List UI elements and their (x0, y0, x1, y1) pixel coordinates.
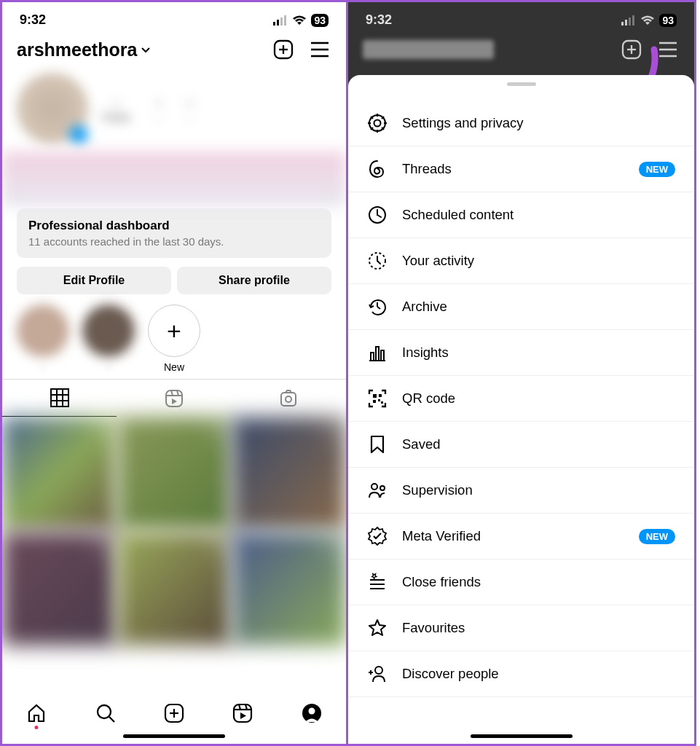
avatar[interactable] (17, 73, 88, 144)
plus-square-icon (621, 39, 642, 60)
menu-item-insights[interactable]: Insights (348, 330, 694, 376)
svg-rect-66 (373, 400, 376, 403)
profile-icon (302, 703, 322, 723)
chevron-down-icon (140, 44, 152, 55)
svg-rect-35 (632, 15, 634, 25)
plus-icon: + (148, 305, 200, 357)
svg-rect-34 (629, 17, 631, 25)
menu-item-qr[interactable]: QR code (348, 376, 694, 422)
following-stat[interactable]: -- (187, 94, 192, 123)
bio-section (2, 152, 346, 207)
menu-item-discover[interactable]: Discover people (348, 651, 694, 697)
menu-item-label: QR code (402, 390, 455, 407)
svg-rect-2 (280, 17, 283, 25)
followers-stat[interactable]: -- (157, 94, 162, 123)
closefriends-icon (367, 572, 388, 592)
highlight-item[interactable]: · (17, 305, 69, 373)
svg-rect-26 (234, 704, 251, 722)
dashboard-subtitle: 11 accounts reached in the last 30 days. (28, 235, 320, 248)
menu-item-archive[interactable]: Archive (348, 284, 694, 330)
reels-icon (232, 703, 253, 723)
professional-dashboard-card[interactable]: Professional dashboard 11 accounts reach… (17, 208, 331, 258)
highlight-item[interactable]: · (82, 305, 135, 373)
menu-item-activity[interactable]: Your activity (348, 238, 694, 284)
home-indicator (471, 734, 573, 738)
signal-icon (621, 15, 636, 25)
svg-rect-19 (281, 393, 296, 406)
menu-item-label: Favourites (402, 620, 465, 636)
menu-item-star[interactable]: Favourites (348, 605, 694, 651)
create-button[interactable] (272, 38, 295, 61)
menu-item-verified[interactable]: Meta VerifiedNEW (348, 514, 694, 560)
menu-item-supervision[interactable]: Supervision (348, 468, 694, 514)
tagged-icon (279, 389, 298, 408)
svg-line-59 (377, 307, 380, 309)
search-icon (95, 703, 116, 723)
svg-point-70 (380, 486, 385, 490)
menu-button[interactable] (656, 38, 680, 61)
discover-icon (367, 664, 388, 684)
post-thumbnail[interactable] (117, 417, 231, 530)
archive-icon (367, 297, 388, 317)
menu-item-closefriends[interactable]: Close friends (348, 560, 694, 605)
tab-reels[interactable] (117, 380, 231, 417)
svg-rect-65 (379, 394, 382, 397)
activity-icon (367, 251, 388, 271)
hamburger-icon (658, 42, 677, 58)
drag-handle[interactable] (507, 82, 536, 86)
username-blurred (363, 40, 494, 59)
stats: -Posts -- -- (103, 94, 331, 123)
nav-home[interactable] (26, 703, 47, 723)
svg-line-57 (377, 261, 380, 264)
settings-sheet: Settings and privacyThreadsNEWScheduled … (348, 75, 694, 744)
battery-badge: 93 (311, 14, 329, 27)
content-tabs (2, 379, 346, 417)
tab-tagged[interactable] (232, 380, 346, 417)
share-profile-button[interactable]: Share profile (177, 267, 331, 294)
create-button[interactable] (620, 38, 643, 61)
menu-item-label: Meta Verified (402, 528, 481, 544)
username-dropdown[interactable]: arshmeethora (17, 39, 152, 60)
svg-rect-1 (277, 20, 279, 25)
tab-grid[interactable] (2, 380, 117, 417)
svg-rect-64 (373, 394, 377, 398)
wifi-icon (640, 15, 655, 25)
svg-rect-10 (51, 389, 68, 407)
svg-rect-33 (625, 20, 627, 25)
menu-item-saved[interactable]: Saved (348, 422, 694, 468)
qr-icon (367, 388, 388, 409)
highlight-new[interactable]: +New (148, 305, 200, 373)
menu-item-threads[interactable]: ThreadsNEW (348, 146, 694, 192)
svg-rect-32 (621, 22, 624, 25)
edit-profile-button[interactable]: Edit Profile (17, 267, 171, 294)
nav-profile[interactable] (302, 703, 322, 723)
svg-line-54 (377, 215, 381, 217)
dashboard-title: Professional dashboard (28, 219, 320, 233)
svg-point-69 (371, 484, 377, 490)
nav-reels[interactable] (232, 703, 253, 723)
status-bar: 9:32 93 (2, 2, 346, 34)
saved-icon (367, 434, 388, 455)
posts-stat[interactable]: -Posts (103, 94, 130, 123)
post-thumbnail[interactable] (232, 417, 346, 530)
svg-rect-62 (376, 347, 379, 361)
post-thumbnail[interactable] (117, 532, 231, 645)
nav-search[interactable] (95, 703, 116, 723)
menu-item-gear[interactable]: Settings and privacy (348, 101, 694, 146)
svg-rect-61 (371, 353, 374, 361)
time: 9:32 (366, 12, 392, 28)
clock-icon (367, 205, 388, 225)
nav-create[interactable] (164, 703, 184, 723)
svg-rect-63 (381, 350, 384, 361)
svg-rect-3 (284, 15, 286, 25)
home-indicator (123, 734, 225, 738)
menu-button[interactable] (308, 38, 331, 61)
post-thumbnail[interactable] (2, 417, 116, 530)
action-buttons: Edit Profile Share profile (2, 267, 346, 305)
gear-icon (367, 113, 388, 133)
menu-item-clock[interactable]: Scheduled content (348, 192, 694, 238)
post-thumbnail[interactable] (2, 532, 116, 645)
post-thumbnail[interactable] (232, 532, 346, 645)
reels-icon (165, 389, 184, 408)
username-text: arshmeethora (17, 39, 137, 60)
